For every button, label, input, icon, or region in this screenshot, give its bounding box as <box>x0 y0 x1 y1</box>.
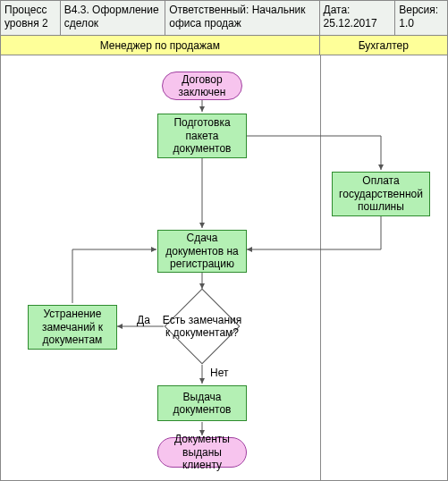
start-terminator: Договор заключен <box>162 72 242 100</box>
process-submit: Сдача документов на регистрацию <box>157 230 247 273</box>
process-fix: Устранение замечаний к документам <box>28 305 117 350</box>
lane-title-manager: Менеджер по продажам <box>1 36 320 55</box>
process-prepare: Подготовка пакета документов <box>157 114 247 158</box>
decision-label: Есть замечания к документам? <box>153 297 251 356</box>
header-level: Процесс уровня 2 <box>1 1 61 35</box>
edge-label-no: Нет <box>210 367 228 379</box>
bpmn-diagram: Процесс уровня 2 В4.3. Оформление сделок… <box>0 0 448 481</box>
version-value: 1.0 <box>399 17 414 30</box>
header-date: Дата: 25.12.2017 <box>320 1 396 35</box>
edge-label-yes: Да <box>137 314 150 326</box>
lanes-body: Договор заключен Подготовка пакета докум… <box>1 55 447 481</box>
header-row: Процесс уровня 2 В4.3. Оформление сделок… <box>1 1 447 36</box>
process-issue: Выдача документов <box>157 385 247 421</box>
date-label: Дата: <box>324 4 351 16</box>
header-code: В4.3. Оформление сделок <box>61 1 166 35</box>
process-pay-fee: Оплата государственной пошлины <box>332 172 430 216</box>
lane-title-accountant: Бухгалтер <box>320 36 447 55</box>
date-value: 25.12.2017 <box>324 17 377 30</box>
header-version: Версия: 1.0 <box>395 1 447 35</box>
lane-titles: Менеджер по продажам Бухгалтер <box>1 36 447 55</box>
end-terminator: Документы выданы клиенту <box>157 437 247 468</box>
version-label: Версия: <box>399 4 438 16</box>
header-responsible: Ответственный: Начальник офиса продаж <box>165 1 319 35</box>
lane-accountant <box>321 55 448 481</box>
